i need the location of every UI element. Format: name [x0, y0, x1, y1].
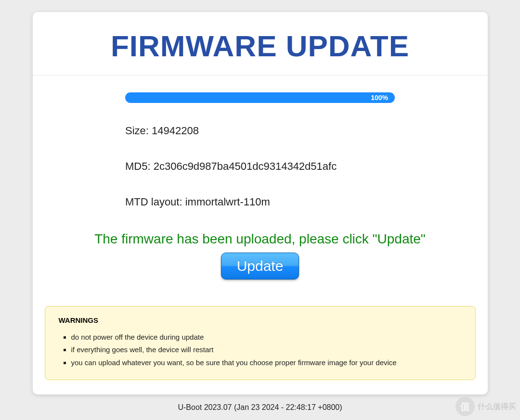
warning-item: do not power off the device during updat…: [71, 331, 462, 344]
firmware-update-card: FIRMWARE UPDATE 100% Size: 14942208 MD5:…: [33, 12, 488, 395]
update-button-container: Update: [33, 253, 488, 280]
warnings-heading: WARNINGS: [59, 316, 462, 324]
size-value: 14942208: [152, 125, 199, 137]
mtd-label: MTD layout:: [125, 196, 182, 208]
watermark-icon: 值: [455, 397, 475, 416]
update-button[interactable]: Update: [221, 253, 299, 280]
warning-item: you can upload whatever you want, so be …: [71, 356, 462, 369]
progress-bar: 100%: [125, 92, 395, 103]
md5-label: MD5:: [125, 160, 151, 172]
md5-value: 2c306c9d987ba4501dc9314342d51afc: [154, 160, 337, 172]
mtd-value: immortalwrt-110m: [185, 196, 270, 208]
watermark-text: 什么值得买: [478, 402, 516, 412]
watermark: 值 什么值得买: [455, 397, 516, 416]
progress-container: 100%: [125, 92, 395, 103]
size-line: Size: 14942208: [125, 125, 395, 137]
warning-item: if everything goes well, the device will…: [71, 344, 462, 356]
divider: [33, 75, 488, 76]
warnings-box: WARNINGS do not power off the device dur…: [45, 306, 476, 380]
mtd-line: MTD layout: immortalwrt-110m: [125, 196, 395, 208]
page-title: FIRMWARE UPDATE: [33, 12, 488, 75]
size-label: Size:: [125, 125, 149, 137]
progress-percent: 100%: [371, 94, 388, 102]
warnings-list: do not power off the device during updat…: [59, 331, 462, 369]
status-message: The firmware has been uploaded, please c…: [33, 231, 488, 247]
md5-line: MD5: 2c306c9d987ba4501dc9314342d51afc: [125, 160, 395, 173]
firmware-info: Size: 14942208 MD5: 2c306c9d987ba4501dc9…: [125, 125, 395, 208]
footer-version: U-Boot 2023.07 (Jan 23 2024 - 22:48:17 +…: [0, 403, 520, 412]
